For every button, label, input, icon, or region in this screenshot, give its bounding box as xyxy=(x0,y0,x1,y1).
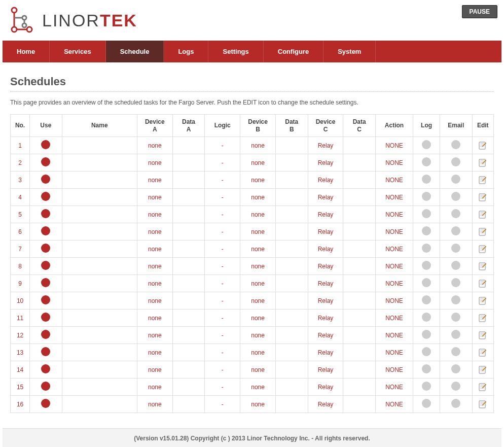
cell-dataA xyxy=(172,327,205,344)
cell-dataC xyxy=(343,206,376,223)
edit-icon[interactable] xyxy=(479,280,487,287)
nav-item-system[interactable]: System xyxy=(323,41,376,62)
cell-email xyxy=(440,258,473,275)
th-log: Log xyxy=(413,115,440,137)
cell-dataC xyxy=(343,223,376,240)
cell-deviceA: none xyxy=(137,396,172,413)
cell-name xyxy=(62,240,137,258)
edit-icon[interactable] xyxy=(479,245,487,252)
edit-icon[interactable] xyxy=(479,228,487,235)
cell-deviceA: none xyxy=(137,379,172,396)
table-row: 1none-noneRelayNONE xyxy=(11,137,494,154)
cell-action: NONE xyxy=(375,275,413,292)
edit-icon[interactable] xyxy=(479,193,487,200)
email-status-icon xyxy=(451,278,460,287)
nav-item-services[interactable]: Services xyxy=(50,41,106,62)
cell-name xyxy=(62,258,137,275)
use-status-icon xyxy=(41,399,50,408)
log-status-icon xyxy=(422,278,431,287)
cell-action: NONE xyxy=(375,189,413,206)
cell-dataC xyxy=(343,327,376,344)
svg-rect-5 xyxy=(479,142,485,149)
cell-no: 4 xyxy=(11,189,30,206)
cell-name xyxy=(62,361,137,379)
cell-logic: - xyxy=(205,258,240,275)
log-status-icon xyxy=(422,347,431,356)
cell-action: NONE xyxy=(375,310,413,327)
cell-action: NONE xyxy=(375,171,413,189)
cell-use xyxy=(30,275,62,292)
edit-icon[interactable] xyxy=(479,142,487,149)
cell-email xyxy=(440,137,473,154)
edit-icon[interactable] xyxy=(479,400,487,407)
nav-item-schedule[interactable]: Schedule xyxy=(106,41,164,62)
cell-no: 16 xyxy=(11,396,30,413)
logo-icon xyxy=(7,5,37,36)
cell-deviceA: none xyxy=(137,171,172,189)
email-status-icon xyxy=(451,330,460,339)
cell-name xyxy=(62,171,137,189)
cell-no: 7 xyxy=(11,240,30,258)
email-status-icon xyxy=(451,295,460,304)
cell-email xyxy=(440,240,473,258)
edit-icon[interactable] xyxy=(479,176,487,183)
email-status-icon xyxy=(451,192,460,201)
schedules-table: No. Use Name DeviceA DataA Logic DeviceB… xyxy=(10,114,494,413)
cell-action: NONE xyxy=(375,344,413,361)
cell-email xyxy=(440,275,473,292)
edit-icon[interactable] xyxy=(479,383,487,390)
cell-email xyxy=(440,344,473,361)
nav-item-settings[interactable]: Settings xyxy=(208,41,263,62)
svg-rect-25 xyxy=(479,228,485,235)
svg-point-1 xyxy=(12,27,17,32)
cell-deviceC: Relay xyxy=(308,310,343,327)
use-status-icon xyxy=(41,347,50,356)
edit-icon[interactable] xyxy=(479,331,487,338)
pause-button[interactable]: PAUSE xyxy=(462,5,497,18)
cell-name xyxy=(62,344,137,361)
cell-dataB xyxy=(276,258,308,275)
svg-rect-37 xyxy=(479,280,485,287)
cell-dataA xyxy=(172,240,205,258)
cell-edit xyxy=(472,223,493,240)
svg-rect-33 xyxy=(479,263,485,270)
use-status-icon xyxy=(41,209,50,218)
cell-deviceC: Relay xyxy=(308,189,343,206)
edit-icon[interactable] xyxy=(479,159,487,166)
svg-rect-9 xyxy=(479,159,485,166)
use-status-icon xyxy=(41,313,50,322)
cell-dataA xyxy=(172,379,205,396)
edit-icon[interactable] xyxy=(479,314,487,321)
cell-email xyxy=(440,171,473,189)
table-row: 11none-noneRelayNONE xyxy=(11,310,494,327)
email-status-icon xyxy=(451,244,460,253)
cell-log xyxy=(413,310,440,327)
nav-item-logs[interactable]: Logs xyxy=(164,41,208,62)
cell-logic: - xyxy=(205,310,240,327)
cell-action: NONE xyxy=(375,206,413,223)
svg-point-4 xyxy=(22,23,26,27)
cell-edit xyxy=(472,240,493,258)
use-status-icon xyxy=(41,278,50,287)
edit-icon[interactable] xyxy=(479,349,487,356)
cell-dataB xyxy=(276,344,308,361)
edit-icon[interactable] xyxy=(479,211,487,218)
edit-icon[interactable] xyxy=(479,366,487,373)
cell-email xyxy=(440,206,473,223)
nav-item-configure[interactable]: Configure xyxy=(264,41,323,62)
footer: (Version v15.01.28) Copyright (c ) 2013 … xyxy=(3,428,501,447)
cell-no: 6 xyxy=(11,223,30,240)
cell-action: NONE xyxy=(375,137,413,154)
cell-dataC xyxy=(343,189,376,206)
edit-icon[interactable] xyxy=(479,297,487,304)
cell-dataB xyxy=(276,223,308,240)
cell-use xyxy=(30,137,62,154)
logo-text-part2: TEK xyxy=(100,11,137,30)
log-status-icon xyxy=(422,261,431,270)
svg-rect-21 xyxy=(479,211,485,218)
nav-item-home[interactable]: Home xyxy=(3,41,50,62)
edit-icon[interactable] xyxy=(479,262,487,269)
cell-action: NONE xyxy=(375,361,413,379)
th-dataA: DataA xyxy=(172,115,205,137)
cell-log xyxy=(413,258,440,275)
